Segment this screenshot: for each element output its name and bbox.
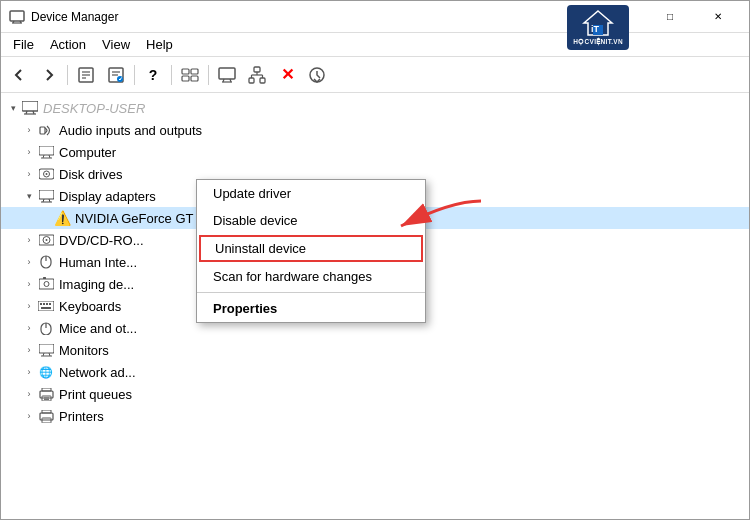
ctx-uninstall-device[interactable]: Uninstall device [199, 235, 423, 262]
printers-label: Printers [59, 409, 104, 424]
audio-icon [37, 121, 55, 139]
display-icon [37, 187, 55, 205]
titlebar-icon [9, 9, 25, 25]
svg-rect-21 [249, 78, 254, 83]
svg-rect-32 [40, 127, 45, 134]
expand-display[interactable]: ▾ [21, 188, 37, 204]
svg-rect-0 [10, 11, 24, 21]
tree-item-printers[interactable]: › Printers [1, 405, 749, 427]
expand-mice[interactable]: › [21, 320, 37, 336]
remove-button[interactable]: ✕ [273, 61, 301, 89]
svg-rect-54 [43, 303, 45, 305]
ctx-disable-device[interactable]: Disable device [197, 207, 425, 234]
network-icon: 🌐 [37, 363, 55, 381]
svg-rect-22 [260, 78, 265, 83]
hid-label: Human Inte... [59, 255, 137, 270]
expand-keyboards[interactable]: › [21, 298, 37, 314]
show-hidden-button[interactable] [176, 61, 204, 89]
expand-imaging[interactable]: › [21, 276, 37, 292]
toolbar-sep-2 [134, 65, 135, 85]
monitor-button[interactable] [213, 61, 241, 89]
expand-dvd[interactable]: › [21, 232, 37, 248]
ctx-update-driver[interactable]: Update driver [197, 180, 425, 207]
svg-rect-40 [39, 190, 54, 199]
tree-item-audio[interactable]: › Audio inputs and outputs [1, 119, 749, 141]
maximize-button[interactable]: □ [647, 1, 693, 33]
svg-rect-33 [39, 146, 54, 155]
forward-button[interactable] [35, 61, 63, 89]
expand-network[interactable]: › [21, 364, 37, 380]
expand-printq[interactable]: › [21, 386, 37, 402]
dvd-label: DVD/CD-RO... [59, 233, 144, 248]
menu-view[interactable]: View [94, 35, 138, 54]
keyboards-label: Keyboards [59, 299, 121, 314]
ctx-properties[interactable]: Properties [197, 295, 425, 322]
context-menu: Update driver Disable device Uninstall d… [196, 179, 426, 323]
svg-rect-51 [43, 277, 46, 279]
window-title: Device Manager [31, 10, 599, 24]
svg-rect-28 [22, 101, 38, 111]
disk-icon [37, 165, 55, 183]
network-label: Network ad... [59, 365, 136, 380]
svg-rect-12 [182, 69, 189, 74]
printq-label: Print queues [59, 387, 132, 402]
computer-icon [21, 99, 39, 117]
tree-root[interactable]: ▾ DESKTOP-USER [1, 97, 749, 119]
computer2-icon [37, 143, 55, 161]
back-button[interactable] [5, 61, 33, 89]
menubar: File Action View Help [1, 33, 749, 57]
tree-item-network[interactable]: › 🌐 Network ad... [1, 361, 749, 383]
monitors-label: Monitors [59, 343, 109, 358]
printers-icon [37, 407, 55, 425]
close-button[interactable]: ✕ [695, 1, 741, 33]
keyboard-icon [37, 297, 55, 315]
logo-overlay: iT HỌCVIỆNIT.VN [567, 5, 629, 50]
logo-text: HỌCVIỆNIT.VN [573, 38, 623, 46]
expand-printers[interactable]: › [21, 408, 37, 424]
expand-nvidia [37, 210, 53, 226]
menu-help[interactable]: Help [138, 35, 181, 54]
svg-rect-56 [49, 303, 51, 305]
toolbar-sep-1 [67, 65, 68, 85]
properties-button[interactable] [72, 61, 100, 89]
titlebar: Device Manager ─ □ ✕ [1, 1, 749, 33]
root-label: DESKTOP-USER [43, 101, 145, 116]
svg-rect-20 [254, 67, 260, 72]
toolbar-sep-3 [171, 65, 172, 85]
expand-root[interactable]: ▾ [5, 100, 21, 116]
menu-action[interactable]: Action [42, 35, 94, 54]
scan-button[interactable] [303, 61, 331, 89]
svg-rect-70 [42, 410, 51, 413]
expand-monitors[interactable]: › [21, 342, 37, 358]
svg-rect-52 [38, 301, 54, 311]
svg-point-50 [44, 282, 49, 287]
printer-icon [37, 385, 55, 403]
expand-audio[interactable]: › [21, 122, 37, 138]
update-driver-button[interactable] [102, 61, 130, 89]
svg-rect-15 [191, 76, 198, 81]
expand-hid[interactable]: › [21, 254, 37, 270]
svg-rect-53 [40, 303, 42, 305]
toolbar-sep-4 [208, 65, 209, 85]
svg-point-39 [45, 173, 47, 175]
ctx-scan-hardware[interactable]: Scan for hardware changes [197, 263, 425, 290]
svg-text:iT: iT [591, 24, 600, 34]
help-button[interactable]: ? [139, 61, 167, 89]
network-button[interactable] [243, 61, 271, 89]
svg-point-46 [45, 239, 47, 241]
disk-label: Disk drives [59, 167, 123, 182]
warning-icon: ⚠️ [53, 209, 71, 227]
mice-label: Mice and ot... [59, 321, 137, 336]
tree-item-computer[interactable]: › Computer [1, 141, 749, 163]
svg-rect-57 [41, 307, 51, 309]
tree-item-printq[interactable]: › Print queues [1, 383, 749, 405]
menu-file[interactable]: File [5, 35, 42, 54]
tree-item-monitors[interactable]: › Monitors [1, 339, 749, 361]
display-label: Display adapters [59, 189, 156, 204]
svg-rect-13 [191, 69, 198, 74]
svg-rect-55 [46, 303, 48, 305]
expand-disk[interactable]: › [21, 166, 37, 182]
expand-computer[interactable]: › [21, 144, 37, 160]
computer-label: Computer [59, 145, 116, 160]
svg-rect-16 [219, 68, 235, 79]
